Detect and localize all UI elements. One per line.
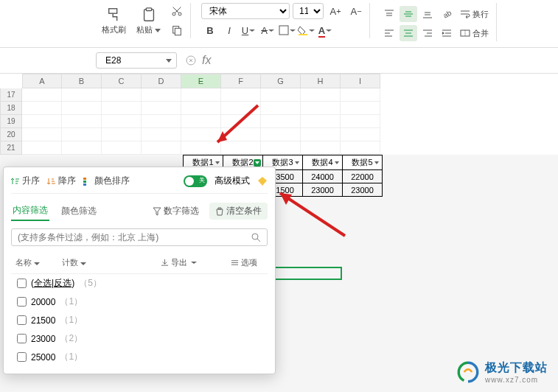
cell[interactable] [301, 115, 341, 128]
cell[interactable] [341, 128, 380, 141]
filter-search[interactable] [11, 228, 268, 246]
cell[interactable] [142, 115, 181, 128]
align-top-icon[interactable] [380, 6, 398, 22]
font-name-select[interactable]: 宋体 [201, 3, 290, 19]
paste-button[interactable]: 粘贴 [133, 5, 164, 37]
cell[interactable] [102, 88, 142, 102]
tab-content-filter[interactable]: 内容筛选 [11, 201, 49, 221]
row-header[interactable]: 18 [0, 102, 22, 115]
advanced-toggle[interactable]: 关 [184, 175, 207, 187]
sort-color-button[interactable]: 颜色排序 [83, 175, 130, 187]
cell[interactable] [221, 141, 261, 155]
export-button[interactable]: 导出 [155, 255, 203, 270]
filter-dropdown-icon[interactable] [373, 159, 380, 167]
row-header[interactable]: 19 [0, 115, 22, 128]
filter-search-input[interactable] [18, 232, 251, 242]
filter-dropdown-icon[interactable] [293, 159, 301, 167]
col-header-G[interactable]: G [261, 74, 301, 88]
search-icon[interactable] [251, 232, 261, 242]
orientation-icon[interactable]: ab [438, 6, 456, 22]
align-right-icon[interactable] [419, 25, 436, 41]
col-header-A[interactable]: A [22, 74, 62, 88]
align-bottom-icon[interactable] [419, 6, 436, 22]
filter-item-checkbox[interactable] [17, 315, 27, 325]
cell[interactable] [181, 128, 221, 141]
copy-icon[interactable] [168, 22, 186, 38]
cell[interactable] [221, 115, 261, 128]
select-all-checkbox[interactable] [17, 279, 27, 288]
cell[interactable] [341, 115, 380, 128]
cell[interactable] [181, 115, 221, 128]
cell[interactable] [62, 88, 102, 102]
cell[interactable] [301, 102, 341, 115]
cell[interactable] [22, 88, 62, 102]
filter-item[interactable]: 23000（2） [11, 329, 268, 348]
align-left-icon[interactable] [380, 25, 398, 41]
table-cell[interactable]: 22000 [343, 170, 383, 183]
cell[interactable] [261, 88, 301, 102]
increase-font-icon[interactable]: A+ [327, 3, 344, 19]
sort-desc-button[interactable]: 降序 [47, 175, 76, 187]
cell[interactable] [142, 128, 181, 141]
indent-icon[interactable] [438, 25, 456, 41]
select-all-row[interactable]: (全选|反选) （5） [11, 274, 268, 293]
filter-item[interactable]: 25000（1） [11, 348, 268, 366]
strike-button[interactable]: A [259, 22, 276, 38]
row-header[interactable]: 20 [0, 128, 22, 141]
decrease-font-icon[interactable]: A− [347, 3, 365, 19]
col-count-header[interactable]: 计数 [62, 257, 86, 268]
cell[interactable] [62, 141, 102, 155]
cell[interactable] [142, 88, 181, 102]
col-header-D[interactable]: D [142, 74, 181, 88]
cell[interactable] [261, 102, 301, 115]
col-header-I[interactable]: I [341, 74, 380, 88]
col-header-H[interactable]: H [301, 74, 341, 88]
tab-color-filter[interactable]: 颜色筛选 [60, 202, 98, 220]
cut-icon[interactable] [168, 3, 186, 19]
col-header-B[interactable]: B [62, 74, 102, 88]
col-header-C[interactable]: C [102, 74, 142, 88]
filter-item[interactable]: 21500（1） [11, 311, 268, 329]
cell[interactable] [261, 141, 301, 155]
format-painter-button[interactable]: 格式刷 [99, 5, 129, 37]
options-button[interactable]: 选项 [225, 255, 263, 270]
cell[interactable] [301, 141, 341, 155]
cell[interactable] [142, 102, 181, 115]
cell[interactable] [181, 102, 221, 115]
table-header[interactable]: 数据5 [343, 155, 383, 170]
cell[interactable] [301, 88, 341, 102]
merge-button[interactable]: 合并 [457, 25, 492, 41]
cell[interactable] [301, 128, 341, 141]
align-center-icon[interactable] [400, 25, 417, 41]
table-cell[interactable]: 23000 [303, 183, 343, 197]
clear-filter-button[interactable]: 清空条件 [209, 203, 268, 220]
filter-dropdown-icon[interactable] [254, 159, 261, 167]
fill-color-button[interactable] [297, 22, 315, 38]
filter-item[interactable]: 20000（1） [11, 293, 268, 311]
cell[interactable] [261, 115, 301, 128]
col-header-F[interactable]: F [221, 74, 261, 88]
border-button[interactable] [278, 22, 296, 38]
font-size-select[interactable]: 11 [293, 3, 324, 19]
cell[interactable] [341, 102, 380, 115]
cell[interactable] [22, 128, 62, 141]
cell[interactable] [62, 115, 102, 128]
cell[interactable] [221, 88, 261, 102]
cell[interactable] [341, 141, 380, 155]
font-color-button[interactable]: A [316, 22, 334, 38]
name-box[interactable]: E28 [96, 52, 177, 69]
cell[interactable] [102, 102, 142, 115]
filter-item-checkbox[interactable] [17, 297, 27, 307]
underline-button[interactable]: U [240, 22, 257, 38]
filter-dropdown-icon[interactable] [333, 159, 341, 167]
table-cell[interactable]: 24000 [303, 170, 343, 183]
cell[interactable] [22, 141, 62, 155]
filter-item-checkbox[interactable] [17, 352, 27, 362]
align-middle-icon[interactable] [400, 6, 417, 22]
bold-button[interactable]: B [201, 22, 219, 38]
spreadsheet-grid[interactable]: ABCDEFGHI 1718192021 数据1数据2数据3数据4数据5 235… [0, 74, 558, 155]
cell[interactable] [261, 128, 301, 141]
cell[interactable] [181, 141, 221, 155]
cell[interactable] [102, 141, 142, 155]
cell[interactable] [181, 88, 221, 102]
